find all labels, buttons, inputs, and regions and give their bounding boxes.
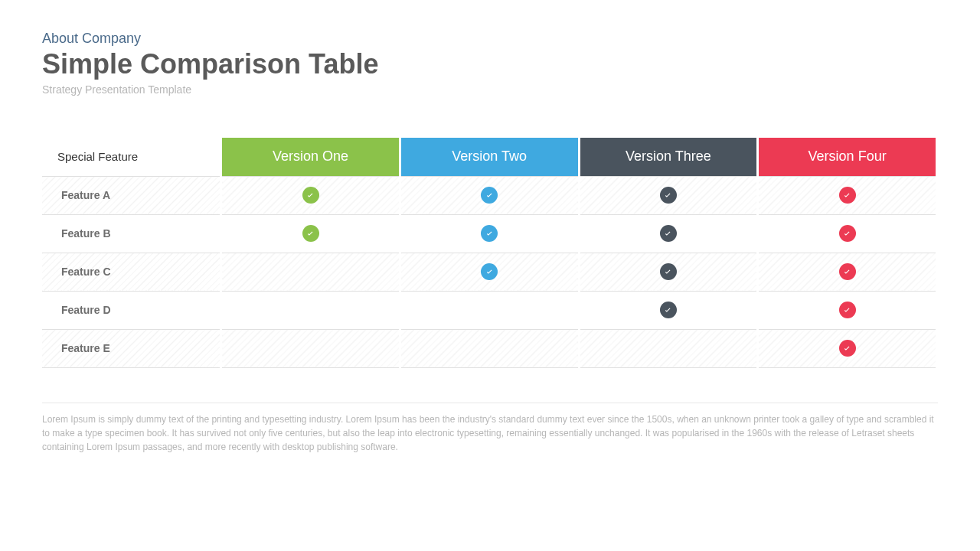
eyebrow-text: About Company bbox=[42, 31, 938, 47]
feature-cell bbox=[400, 329, 579, 367]
feature-cell bbox=[400, 176, 579, 214]
feature-cell bbox=[400, 214, 579, 253]
feature-label: Feature B bbox=[42, 214, 221, 253]
table-row: Feature B bbox=[42, 214, 937, 253]
feature-label: Feature C bbox=[42, 253, 221, 291]
feature-cell bbox=[758, 214, 937, 253]
feature-cell bbox=[758, 176, 937, 214]
column-header-version-four: Version Four bbox=[758, 138, 937, 176]
row-header-label: Special Feature bbox=[42, 138, 221, 176]
subtitle-text: Strategy Presentation Template bbox=[42, 83, 938, 96]
check-icon bbox=[660, 263, 677, 280]
feature-cell bbox=[400, 253, 579, 291]
feature-cell bbox=[221, 176, 400, 214]
check-icon bbox=[481, 225, 498, 242]
check-icon bbox=[839, 340, 856, 357]
table-header-row: Special Feature Version One Version Two … bbox=[42, 138, 937, 176]
feature-cell bbox=[221, 291, 400, 329]
check-icon bbox=[302, 225, 319, 242]
check-icon bbox=[481, 263, 498, 280]
feature-cell bbox=[579, 176, 758, 214]
table-row: Feature D bbox=[42, 291, 937, 329]
check-icon bbox=[481, 187, 498, 204]
feature-cell bbox=[221, 214, 400, 253]
check-icon bbox=[839, 187, 856, 204]
feature-cell bbox=[221, 329, 400, 367]
table-row: Feature E bbox=[42, 329, 937, 367]
table-row: Feature C bbox=[42, 253, 937, 291]
feature-cell bbox=[221, 253, 400, 291]
feature-label: Feature E bbox=[42, 329, 221, 367]
slide: About Company Simple Comparison Table St… bbox=[0, 0, 980, 477]
footnote-text: Lorem Ipsum is simply dummy text of the … bbox=[42, 412, 938, 454]
check-icon bbox=[839, 302, 856, 318]
column-header-version-three: Version Three bbox=[579, 138, 758, 176]
divider bbox=[42, 403, 938, 403]
check-icon bbox=[660, 302, 677, 318]
comparison-table: Special Feature Version One Version Two … bbox=[42, 138, 938, 368]
check-icon bbox=[660, 225, 677, 242]
column-header-version-two: Version Two bbox=[400, 138, 579, 176]
check-icon bbox=[660, 187, 677, 204]
feature-cell bbox=[579, 253, 758, 291]
feature-cell bbox=[400, 291, 579, 329]
check-icon bbox=[839, 263, 856, 280]
feature-cell bbox=[579, 291, 758, 329]
feature-cell bbox=[758, 253, 937, 291]
page-title: Simple Comparison Table bbox=[42, 48, 938, 80]
column-header-version-one: Version One bbox=[221, 138, 400, 176]
table-row: Feature A bbox=[42, 176, 937, 214]
feature-cell bbox=[758, 291, 937, 329]
check-icon bbox=[839, 225, 856, 242]
feature-cell bbox=[579, 214, 758, 253]
check-icon bbox=[302, 187, 319, 204]
feature-label: Feature D bbox=[42, 291, 221, 329]
feature-cell bbox=[579, 329, 758, 367]
feature-cell bbox=[758, 329, 937, 367]
feature-label: Feature A bbox=[42, 176, 221, 214]
